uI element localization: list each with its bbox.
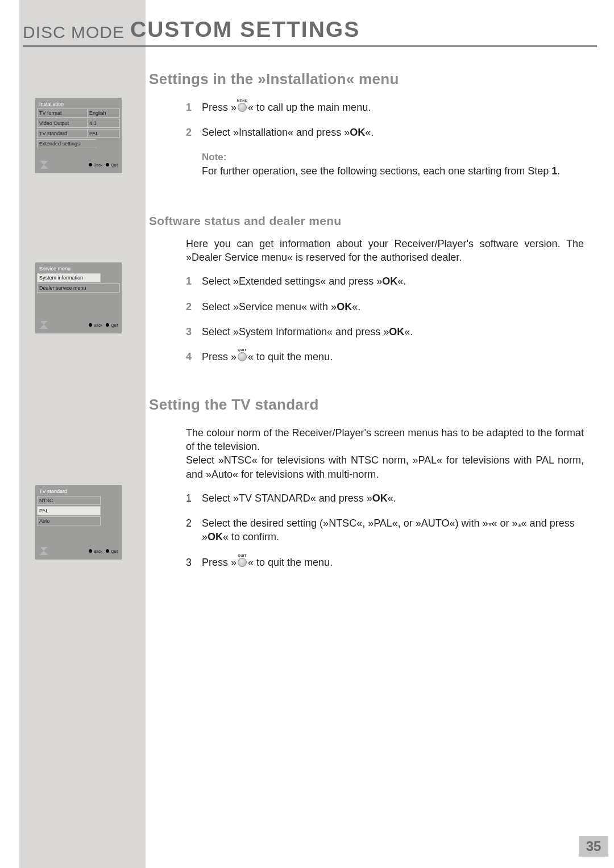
row-ntsc-label: NTSC [37,496,101,505]
ts2-mid: « or » [492,518,518,529]
dpad-icon [39,321,49,329]
ts-step-1: 1 Select »TV STANDARD« and press »OK«. [186,491,584,505]
quit-button-icon: QUIT [238,558,247,567]
step-1-body: Press »MENU« to call up the main menu. [202,101,584,114]
tvstd-intro-a: The colour norm of the Receiver/Player's… [186,426,584,454]
ss3-a: Select »System Information« and press » [202,326,389,337]
ss-step-1: 1 Select »Extended settings« and press »… [186,274,584,288]
ss1-b: «. [397,276,406,287]
footer-quit-label: Quit [111,323,118,327]
row-system-information: System information [37,273,120,282]
step-2-b: «. [365,127,374,138]
row-extended-settings-label: Extended settings [37,139,96,148]
menu-button-caption: MENU [237,98,248,103]
ss-step-1-num: 1 [186,274,202,288]
ts1-a: Select »TV STANDARD« and press » [202,493,372,504]
panel-tvstd-footer: Back Quit [37,547,120,555]
quit-button-caption: QUIT [238,553,247,558]
ok-label: OK [208,531,223,542]
ts-step-1-body: Select »TV STANDARD« and press »OK«. [202,491,584,505]
steps-tv-standard: 1 Select »TV STANDARD« and press »OK«. 2… [186,491,584,569]
ts3-post: « to quit the menu. [248,557,333,568]
note-step-1: 1 [551,165,557,177]
row-pal-label: PAL [37,506,101,515]
ok-label: OK [337,301,352,312]
step-1-post: « to call up the main menu. [248,102,371,113]
row-tv-format-label: TV format [37,108,87,118]
footer-quit: Quit [106,549,118,553]
row-tv-format-value: English [87,108,120,118]
ss-step-3-body: Select »System Information« and press »O… [202,325,584,339]
ss-step-2-body: Select »Service menu« with »OK«. [202,300,584,314]
panel-installation-footer: Back Quit [37,161,120,169]
footer-back-label: Back [94,549,103,553]
row-system-information-label: System information [37,273,101,282]
row-auto: Auto [37,516,120,525]
ss-step-2: 2 Select »Service menu« with »OK«. [186,300,584,314]
row-extended-settings: Extended settings [37,139,120,148]
step-1-pre: Press » [202,102,237,113]
ok-label: OK [382,276,397,287]
dpad-icon [39,161,49,169]
footer-back: Back [89,163,103,167]
row-tv-standard-label: TV standard [37,129,87,138]
panel-installation: Installation TV format English Video Out… [35,98,122,173]
steps-installation: 1 Press »MENU« to call up the main menu.… [186,101,584,178]
steps-software-status: 1 Select »Extended settings« and press »… [186,274,584,364]
header-prefix: DISC MODE [23,23,125,42]
row-ntsc: NTSC [37,496,120,505]
panel-service-footer: Back Quit [37,321,120,329]
row-dealer-service-label: Dealer service menu [37,283,120,293]
ss3-b: «. [404,326,413,337]
ok-label: OK [350,127,365,138]
ss-step-2-num: 2 [186,300,202,314]
footer-quit-label: Quit [111,163,118,167]
menu-button-icon: MENU [238,103,247,112]
ss4-post: « to quit the menu. [248,351,333,362]
ts2-a: Select the desired setting (»NTSC«, »PAL… [202,518,488,529]
ss-step-4: 4 Press »QUIT« to quit the menu. [186,350,584,364]
panel-tvstd-title: TV standard [37,487,120,496]
page-number: 35 [586,838,601,854]
ss-step-4-body: Press »QUIT« to quit the menu. [202,350,584,364]
footer-back: Back [89,323,103,327]
step-1: 1 Press »MENU« to call up the main menu. [186,101,584,114]
ok-label: OK [372,493,388,504]
ts1-b: «. [388,493,396,504]
ss2-a: Select »Service menu« with » [202,301,337,312]
panel-service-title: Service menu [37,264,120,273]
software-status-intro: Here you can get information about your … [186,237,584,265]
row-video-output: Video Output 4.3 [37,119,120,128]
step-1-number: 1 [186,101,202,114]
quit-button-caption: QUIT [238,348,247,352]
ss-step-3-num: 3 [186,325,202,339]
heading-software-status: Software status and dealer menu [149,214,587,228]
ts-step-2: 2 Select the desired setting (»NTSC«, »P… [186,516,584,544]
step-2-number: 2 [186,126,202,139]
row-pal: PAL [37,506,120,515]
header-title: CUSTOM SETTINGS [130,17,360,42]
ss-step-4-num: 4 [186,350,202,364]
ts3-pre: Press » [202,557,237,568]
row-auto-label: Auto [37,516,101,525]
panel-service-menu: Service menu System information Dealer s… [35,262,122,333]
row-dealer-service-menu: Dealer service menu [37,283,120,293]
row-video-output-label: Video Output [37,119,87,128]
row-tv-standard-value: PAL [87,129,120,138]
step-2: 2 Select »Installation« and press »OK«. [186,126,584,139]
note-body: Note: For further operation, see the fol… [202,151,584,178]
panel-installation-title: Installation [37,99,120,108]
note-text-a: For further operation, see the following… [202,165,551,177]
heading-tv-standard: Setting the TV standard [149,396,587,414]
page-number-box: 35 [579,836,608,857]
page-header: DISC MODE CUSTOM SETTINGS [23,17,597,47]
footer-quit: Quit [106,323,118,327]
footer-quit-label: Quit [111,549,118,553]
ts-step-3-num: 3 [186,556,202,569]
note-label: Note: [202,151,584,164]
ok-label: OK [389,326,404,337]
footer-back-label: Back [94,323,103,327]
note-spacer [186,151,202,178]
ts-step-3-body: Press »QUIT« to quit the menu. [202,556,584,569]
footer-quit: Quit [106,163,118,167]
